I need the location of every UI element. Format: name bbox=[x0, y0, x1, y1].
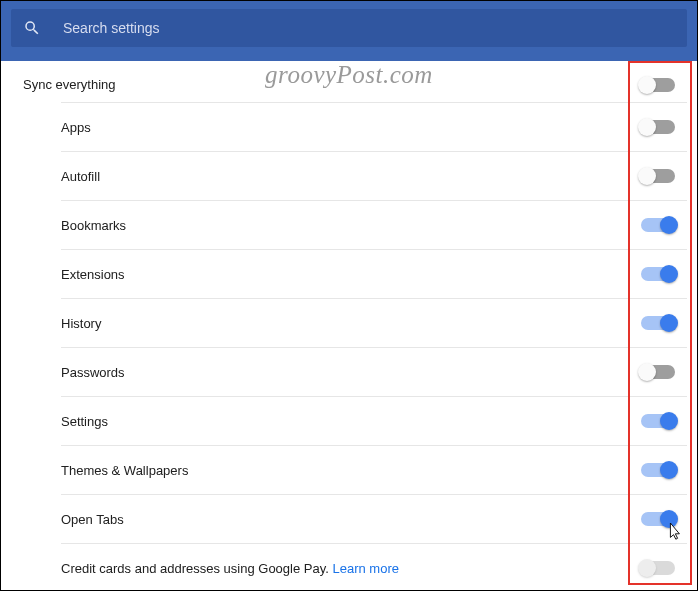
sync-item-label: Passwords bbox=[61, 365, 125, 380]
search-input[interactable] bbox=[61, 19, 675, 37]
sync-item-toggle[interactable] bbox=[641, 218, 675, 232]
sync-item-toggle[interactable] bbox=[641, 267, 675, 281]
sync-item-row: Themes & Wallpapers bbox=[61, 445, 687, 494]
sync-item-label: Themes & Wallpapers bbox=[61, 463, 188, 478]
sync-item-toggle[interactable] bbox=[641, 414, 675, 428]
google-pay-toggle bbox=[641, 561, 675, 575]
google-pay-row: Credit cards and addresses using Google … bbox=[61, 543, 687, 592]
sync-item-label: Bookmarks bbox=[61, 218, 126, 233]
sync-item-toggle[interactable] bbox=[641, 169, 675, 183]
header bbox=[1, 1, 697, 61]
sync-item-label: Autofill bbox=[61, 169, 100, 184]
sync-everything-toggle[interactable] bbox=[641, 78, 675, 92]
sync-item-toggle[interactable] bbox=[641, 120, 675, 134]
search-bar[interactable] bbox=[11, 9, 687, 47]
sync-item-row: Extensions bbox=[61, 249, 687, 298]
sync-item-row: Bookmarks bbox=[61, 200, 687, 249]
sync-item-toggle[interactable] bbox=[641, 365, 675, 379]
sync-item-label: Extensions bbox=[61, 267, 125, 282]
sync-item-row: Settings bbox=[61, 396, 687, 445]
search-icon bbox=[23, 19, 41, 37]
sync-everything-label: Sync everything bbox=[23, 77, 116, 92]
sync-item-row: History bbox=[61, 298, 687, 347]
sync-item-row: Passwords bbox=[61, 347, 687, 396]
learn-more-link[interactable]: Learn more bbox=[332, 561, 398, 576]
sync-item-row: Autofill bbox=[61, 151, 687, 200]
google-pay-label: Credit cards and addresses using Google … bbox=[61, 561, 399, 576]
sync-item-row: Apps bbox=[61, 102, 687, 151]
sync-everything-row: Sync everything bbox=[11, 61, 687, 102]
sync-settings: Sync everything AppsAutofillBookmarksExt… bbox=[1, 61, 697, 592]
sync-item-label: Settings bbox=[61, 414, 108, 429]
sync-item-label: Open Tabs bbox=[61, 512, 124, 527]
sync-item-toggle[interactable] bbox=[641, 512, 675, 526]
sync-item-toggle[interactable] bbox=[641, 316, 675, 330]
sync-item-toggle[interactable] bbox=[641, 463, 675, 477]
sync-item-row: Open Tabs bbox=[61, 494, 687, 543]
sync-item-label: History bbox=[61, 316, 101, 331]
sync-item-label: Apps bbox=[61, 120, 91, 135]
